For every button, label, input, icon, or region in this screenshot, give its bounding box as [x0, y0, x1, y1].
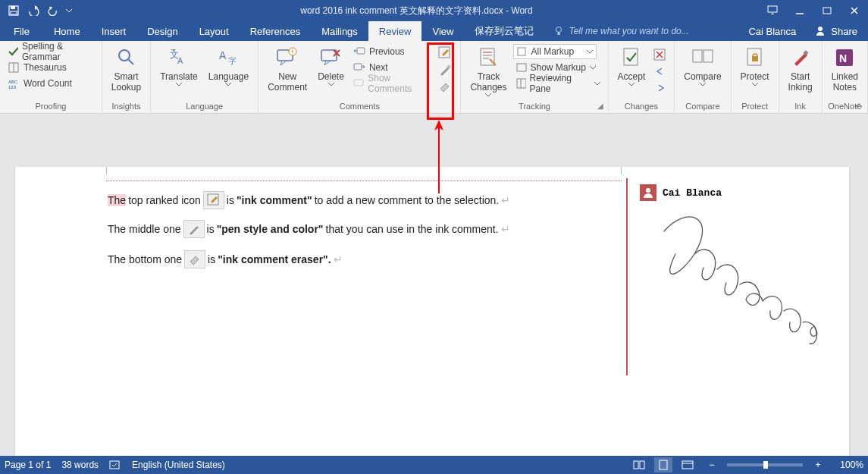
tab-mailings[interactable]: Mailings	[311, 21, 368, 41]
web-layout-button[interactable]	[678, 457, 697, 472]
next-change-button[interactable]	[651, 80, 669, 96]
word-count-button[interactable]: ABC123 Word Count	[5, 76, 97, 91]
shield-icon	[743, 46, 767, 70]
inline-pen-icon	[183, 220, 205, 238]
spelling-grammar-button[interactable]: Spelling & Grammar	[5, 44, 97, 59]
linked-notes-button[interactable]: N Linked Notes	[827, 44, 863, 94]
tab-review[interactable]: Review	[368, 21, 422, 41]
collapse-ribbon-button[interactable]	[854, 101, 863, 110]
thesaurus-button[interactable]: Thesaurus	[5, 60, 97, 75]
svg-text:A: A	[219, 49, 227, 61]
previous-change-button[interactable]	[651, 64, 669, 79]
zoom-out-button[interactable]: −	[703, 457, 721, 472]
status-proofing-icon[interactable]	[109, 460, 121, 470]
translate-button[interactable]: 文A Translate	[155, 44, 202, 88]
delete-comment-button[interactable]: Delete	[313, 44, 349, 88]
document-page[interactable]: The top ranked icon is "ink comment" to …	[15, 167, 849, 456]
count-icon: ABC123	[8, 77, 20, 89]
pane-icon	[516, 78, 526, 89]
svg-rect-32	[518, 48, 525, 55]
comment-balloon[interactable]: Cai Blanca	[626, 178, 838, 375]
search-icon	[114, 46, 139, 70]
protect-button[interactable]: Protect	[736, 44, 774, 88]
maximize-button[interactable]	[813, 0, 841, 21]
accept-button[interactable]: Accept	[613, 44, 650, 88]
tab-view[interactable]: View	[421, 21, 464, 41]
accept-icon	[619, 46, 644, 70]
print-layout-button[interactable]	[654, 457, 672, 472]
zoom-level[interactable]: 100%	[833, 460, 863, 470]
share-button[interactable]: Share	[804, 21, 868, 41]
qat-customize[interactable]	[64, 2, 74, 20]
tab-home[interactable]: Home	[43, 21, 91, 41]
tab-cloud-notes[interactable]: 保存到云笔记	[464, 21, 544, 41]
status-language[interactable]: English (United States)	[132, 460, 225, 470]
save-button[interactable]	[5, 2, 23, 20]
svg-text:N: N	[839, 52, 847, 64]
comments-icon	[353, 78, 364, 89]
close-button[interactable]	[841, 0, 868, 21]
group-label-ink: Ink	[784, 100, 817, 113]
svg-text:字: 字	[228, 56, 237, 65]
ink-eraser-button[interactable]	[437, 79, 453, 94]
onenote-icon: N	[832, 46, 857, 70]
svg-rect-33	[517, 64, 526, 71]
group-label-changes: Changes	[613, 100, 670, 113]
group-label-protect: Protect	[736, 100, 774, 113]
tell-me-search[interactable]: Tell me what you want to do...	[544, 21, 688, 41]
svg-text:ABC: ABC	[8, 80, 18, 84]
status-page[interactable]: Page 1 of 1	[5, 460, 51, 470]
smart-lookup-button[interactable]: Smart Lookup	[107, 44, 146, 94]
comment-divider	[626, 178, 628, 375]
svg-rect-7	[558, 33, 560, 35]
group-label-insights: Insights	[107, 100, 146, 113]
svg-rect-1	[11, 6, 15, 9]
svg-point-6	[556, 27, 562, 33]
zoom-slider[interactable]	[727, 463, 803, 466]
svg-text:A: A	[177, 56, 183, 65]
lightbulb-icon	[553, 26, 564, 36]
window-title: word 2016 ink comment 英文解释的文字资料.docx - W…	[74, 5, 759, 17]
previous-comment-button[interactable]: Previous	[350, 44, 434, 59]
reject-button[interactable]	[651, 47, 669, 62]
minimize-button[interactable]	[786, 0, 813, 21]
user-name[interactable]: Cai Blanca	[741, 21, 804, 41]
markup-icon	[517, 46, 528, 57]
undo-button[interactable]	[24, 2, 42, 20]
markup-display-dropdown[interactable]: All Markup	[513, 44, 597, 59]
svg-rect-36	[624, 49, 638, 65]
book-icon	[8, 61, 20, 74]
tracking-dialog-launcher[interactable]: ◢	[595, 100, 606, 111]
track-changes-button[interactable]: Track Changes	[465, 44, 511, 99]
document-paragraph[interactable]: The middle one is "pen style and color" …	[108, 220, 510, 238]
ink-comment-button[interactable]	[437, 46, 453, 61]
pen-style-button[interactable]	[437, 62, 453, 77]
reviewing-pane-button[interactable]: Reviewing Pane	[513, 76, 603, 91]
tab-layout[interactable]: Layout	[189, 21, 240, 41]
document-area[interactable]: The top ranked icon is "ink comment" to …	[0, 114, 868, 456]
commenter-name: Cai Blanca	[663, 187, 722, 199]
document-paragraph[interactable]: The top ranked icon is "ink comment" to …	[108, 191, 510, 209]
zoom-in-button[interactable]: +	[809, 457, 827, 472]
new-comment-button[interactable]: + New Comment	[263, 44, 312, 94]
svg-rect-23	[357, 48, 365, 54]
svg-rect-49	[634, 461, 638, 469]
svg-text:+: +	[290, 48, 294, 55]
redo-button[interactable]	[44, 2, 62, 20]
tab-references[interactable]: References	[240, 21, 311, 41]
tab-design[interactable]: Design	[136, 21, 188, 41]
comment-connector-line	[106, 180, 622, 181]
compare-button[interactable]: Compare	[679, 44, 725, 88]
tab-insert[interactable]: Insert	[91, 21, 137, 41]
read-mode-button[interactable]	[630, 457, 648, 472]
tab-file[interactable]: File	[0, 21, 43, 41]
document-paragraph[interactable]: The bottom one is "ink comment eraser".↵	[108, 250, 343, 268]
ribbon-options-button[interactable]	[759, 0, 786, 21]
status-word-count[interactable]: 38 words	[61, 460, 99, 470]
ink-handwriting	[649, 209, 838, 368]
show-comments-button: Show Comments	[350, 76, 434, 91]
comment-add-icon: +	[275, 46, 299, 70]
svg-rect-3	[768, 6, 777, 12]
start-inking-button[interactable]: Start Inking	[784, 44, 817, 94]
language-button[interactable]: A字 Language	[204, 44, 253, 88]
